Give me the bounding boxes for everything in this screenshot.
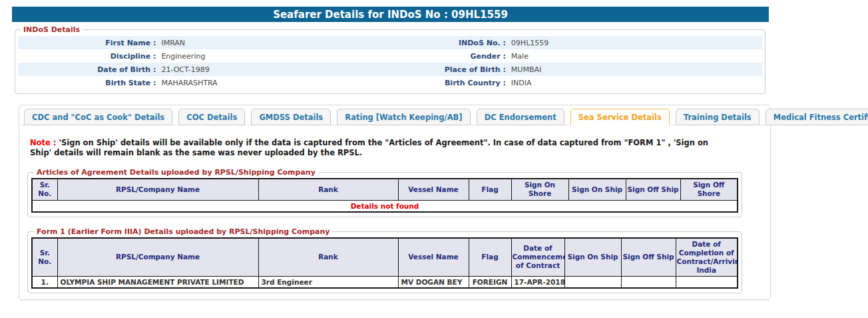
first-name-label: First Name :: [18, 36, 159, 49]
tab-dc-endorsement[interactable]: DC Endorsement: [477, 109, 564, 125]
tab-coc-details[interactable]: COC Details: [178, 109, 245, 125]
cell-rank: 3rd Engineer: [258, 277, 398, 289]
col-sign-off-ship: Sign Off Ship: [621, 238, 676, 277]
col-vessel-name: Vessel Name: [398, 238, 469, 277]
col-flag: Flag: [469, 179, 511, 200]
detail-row: Birth State : MAHARASHTRA Birth Country …: [18, 76, 762, 89]
tab-gmdss-details[interactable]: GMDSS Details: [251, 109, 331, 125]
seafarer-tab-panel: CDC and "CoC as Cook" Details COC Detail…: [19, 105, 771, 300]
note-prefix: Note :: [30, 138, 56, 147]
empty-row: Details not found: [32, 200, 738, 212]
tab-cdc-coc-cook-details[interactable]: CDC and "CoC as Cook" Details: [24, 109, 172, 125]
birth-country-label: Birth Country :: [431, 76, 509, 89]
col-sr-no: Sr. No.: [32, 179, 57, 200]
indos-details-legend: INDoS Details: [21, 25, 83, 34]
indos-details-section: INDoS Details First Name : IMRAN INDoS N…: [15, 25, 765, 94]
note: Note : 'Sign on Ship' details will be av…: [30, 138, 718, 158]
discipline-value: Engineering: [159, 49, 431, 63]
sea-service-tab-content: Note : 'Sign on Ship' details will be av…: [19, 138, 770, 293]
col-date-of-completion: Date of Completion of Contract/Arriving …: [676, 238, 738, 277]
cell-flag: FOREIGN: [469, 277, 511, 289]
detail-row: Discipline : Engineering Gender : Male: [18, 49, 762, 63]
form1-section: Form 1 (Earlier Form IIIA) Details uploa…: [27, 227, 742, 294]
date-of-birth-value: 21-OCT-1989: [159, 63, 431, 76]
cell-company: OLYMPIA SHIP MANAGEMENT PRIVATE LIMITED: [57, 277, 258, 289]
cell-sr-no: 1.: [32, 277, 57, 289]
articles-of-agreement-section: Articles of Agreement Details uploaded b…: [27, 168, 742, 217]
cell-sign-off-ship: [621, 277, 676, 289]
table-header-row: Sr. No. RPSL/Company Name Rank Vessel Na…: [32, 238, 738, 277]
col-sign-off-ship: Sign Off Ship: [626, 179, 680, 200]
form1-table: Sr. No. RPSL/Company Name Rank Vessel Na…: [31, 237, 738, 289]
birth-state-label: Birth State :: [18, 76, 159, 89]
tab-rating-watch-keeping-ab[interactable]: Rating [Watch Keeping/AB]: [337, 109, 470, 125]
col-sign-on-shore: Sign On Shore: [511, 179, 568, 200]
indos-details-table: First Name : IMRAN INDoS No. : 09HL1559 …: [18, 36, 762, 89]
col-rank: Rank: [258, 238, 398, 277]
page-title: Seafarer Details for INDoS No : 09HL1559: [273, 9, 508, 21]
birth-state-value: MAHARASHTRA: [159, 76, 431, 89]
col-sign-on-ship: Sign On Ship: [564, 238, 621, 277]
col-rpsl-company-name: RPSL/Company Name: [57, 238, 258, 277]
tab-medical-fitness-certificate[interactable]: Medical Fitness Certificate: [765, 109, 868, 125]
cell-vessel: MV DOGAN BEY: [398, 277, 469, 289]
form1-caption: Form 1 (Earlier Form IIIA) Details uploa…: [34, 227, 332, 236]
tab-training-details[interactable]: Training Details: [676, 109, 760, 125]
place-of-birth-label: Place of Birth :: [431, 63, 509, 76]
detail-row: First Name : IMRAN INDoS No. : 09HL1559: [18, 36, 762, 49]
table-header-row: Sr. No. RPSL/Company Name Rank Vessel Na…: [32, 179, 738, 200]
col-flag: Flag: [469, 238, 511, 277]
gender-value: Male: [509, 49, 762, 63]
cell-sign-on-ship: [564, 277, 621, 289]
table-row: 1. OLYMPIA SHIP MANAGEMENT PRIVATE LIMIT…: [32, 277, 738, 289]
col-vessel-name: Vessel Name: [398, 179, 469, 200]
page-title-bar: Seafarer Details for INDoS No : 09HL1559: [12, 7, 769, 22]
col-date-of-commencement: Date of Commencement of Contract: [511, 238, 564, 277]
details-not-found-message: Details not found: [32, 200, 738, 212]
place-of-birth-value: MUMBAI: [509, 63, 762, 76]
col-sign-on-ship: Sign On Ship: [568, 179, 626, 200]
note-text: 'Sign on Ship' details will be available…: [30, 138, 708, 157]
birth-country-value: INDIA: [509, 76, 762, 89]
col-rank: Rank: [258, 179, 398, 200]
tab-strip: CDC and "CoC as Cook" Details COC Detail…: [19, 105, 770, 125]
discipline-label: Discipline :: [18, 49, 159, 63]
cell-completion-date: [676, 277, 738, 289]
articles-of-agreement-caption: Articles of Agreement Details uploaded b…: [34, 168, 318, 177]
tab-sea-service-details[interactable]: Sea Service Details: [570, 109, 670, 125]
articles-of-agreement-table: Sr. No. RPSL/Company Name Rank Vessel Na…: [31, 178, 738, 212]
indos-no-value: 09HL1559: [509, 36, 762, 49]
detail-row: Date of Birth : 21-OCT-1989 Place of Bir…: [18, 63, 762, 76]
date-of-birth-label: Date of Birth :: [18, 63, 159, 76]
col-rpsl-company-name: RPSL/Company Name: [57, 179, 258, 200]
first-name-value: IMRAN: [159, 36, 431, 49]
indos-no-label: INDoS No. :: [431, 36, 509, 49]
col-sr-no: Sr. No.: [32, 238, 57, 277]
gender-label: Gender :: [431, 49, 509, 63]
col-sign-off-shore: Sign Off Shore: [680, 179, 738, 200]
cell-commencement-date: 17-APR-2018: [511, 277, 564, 289]
